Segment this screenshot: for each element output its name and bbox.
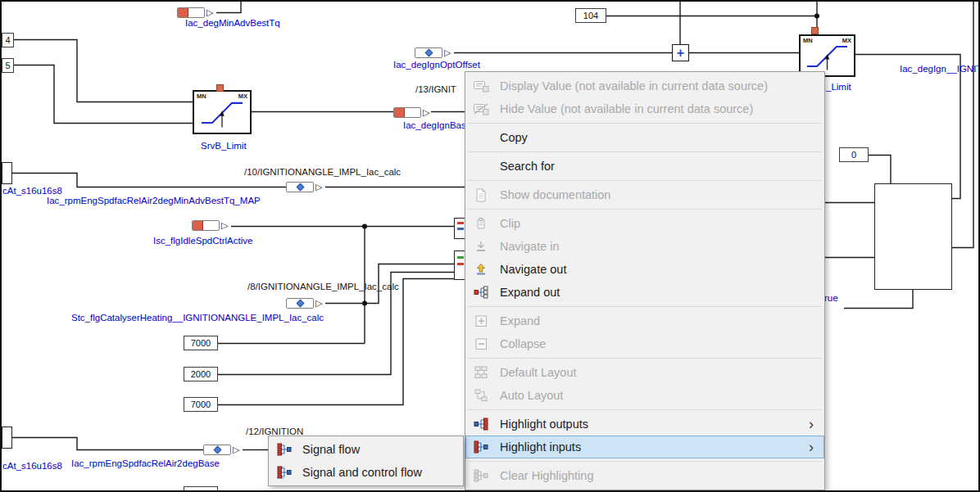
signal-label[interactable]: rue — [824, 293, 838, 303]
submenu-item-signal-and-control-flow[interactable]: Signal and control flow — [269, 461, 463, 484]
port-marker — [216, 84, 224, 92]
flag-signal-icon[interactable] — [177, 7, 205, 18]
flag-red-stripe — [193, 221, 203, 230]
submenu-item-label: Signal and control flow — [302, 466, 422, 479]
menu-item-label: Default Layout — [500, 366, 577, 379]
merge-mark — [457, 222, 464, 224]
flag-red-stripe — [178, 8, 188, 17]
empty-icon-slot — [471, 158, 491, 174]
submenu-item-label: Signal flow — [302, 443, 360, 456]
signal-connector-icon[interactable] — [203, 445, 231, 455]
menu-separator — [468, 358, 822, 359]
flag-signal-icon[interactable] — [192, 220, 220, 231]
block-name-label[interactable]: SrvB_Limit — [201, 141, 247, 151]
flag-signal-icon[interactable] — [393, 107, 421, 118]
menu-item-auto-layout: Auto Layout — [465, 384, 824, 407]
menu-item-clear-highlighting: Clear Highlighting — [465, 464, 824, 487]
menu-item-label: Navigate in — [500, 240, 560, 253]
signal-label[interactable]: Iac_degMinAdvBestTq — [185, 18, 280, 28]
wire-arrow-icon: ▷ — [206, 7, 213, 18]
wire-arrow-icon: ▷ — [315, 297, 322, 309]
input-port-block[interactable] — [2, 427, 12, 449]
menu-item-search-for[interactable]: Search for — [465, 155, 824, 178]
expand-out-icon — [471, 284, 491, 300]
submenu-item-signal-flow[interactable]: Signal flow — [269, 438, 463, 461]
signal-flow-icon — [274, 441, 294, 458]
menu-separator — [468, 409, 822, 410]
context-menu: Display Value (not available in current … — [465, 71, 825, 490]
menu-item-label: Expand out — [500, 286, 560, 299]
menu-item-label: Expand — [500, 314, 540, 327]
constant-box[interactable]: 2000 — [184, 367, 218, 381]
menu-item-highlight-inputs[interactable]: Highlight inputs › — [465, 436, 824, 458]
highlight-inputs-icon — [471, 439, 491, 455]
menu-item-copy[interactable]: Copy — [465, 126, 824, 149]
path-label: /13/IGNIT — [415, 84, 456, 94]
signal-label[interactable]: Iac_degIgn__IGNIT — [900, 64, 980, 74]
display-value-icon — [471, 78, 491, 94]
signal-label[interactable]: cAt_s16u16s8 — [2, 461, 62, 471]
navigate-in-icon — [471, 238, 491, 255]
menu-item-label: Collapse — [500, 337, 546, 350]
path-label: /8/IGNITIONANGLE_IMPL_Iac_calc — [247, 282, 399, 291]
merge-mark — [457, 228, 464, 230]
diamond-icon — [296, 183, 304, 192]
constant-box[interactable]: 7000 — [184, 336, 218, 350]
menu-item-label: Highlight inputs — [500, 440, 581, 454]
input-port-block[interactable] — [2, 162, 12, 184]
menu-item-label: Navigate out — [500, 263, 566, 276]
menu-item-label: Clip — [500, 217, 520, 230]
wire-arrow-icon: ▷ — [315, 181, 322, 192]
signal-connector-icon[interactable] — [415, 47, 442, 58]
signal-label[interactable]: Iac_degIgnOptOffset — [393, 60, 480, 70]
merge-mark — [457, 256, 464, 259]
signal-label[interactable]: cAt_s16u16s8 — [2, 186, 62, 196]
menu-item-show-documentation: Show documentation — [465, 183, 824, 206]
menu-item-navigate-in: Navigate in — [465, 235, 824, 258]
signal-label[interactable]: Isc_flgIdleSpdCtrlActive — [153, 236, 252, 246]
subsystem-block[interactable] — [874, 183, 952, 290]
signal-connector-icon[interactable] — [286, 182, 314, 192]
menu-item-label: Highlight outputs — [500, 418, 588, 431]
constant-box[interactable]: 4 — [2, 33, 14, 47]
signal-and-control-flow-icon — [274, 464, 294, 481]
menu-item-hide-value: Hide Value (not available in current dat… — [465, 97, 824, 120]
saturation-curve-icon — [801, 36, 854, 75]
sum-symbol: + — [677, 46, 684, 61]
menu-item-label: Hide Value (not available in current dat… — [500, 102, 753, 115]
menu-item-label: Auto Layout — [500, 389, 563, 402]
menu-item-label: Search for — [500, 160, 555, 173]
signal-label[interactable]: Iac_rpmEngSpdfacRelAir2degBase — [71, 458, 220, 468]
diamond-icon — [213, 446, 221, 454]
constant-box[interactable]: 7000 — [184, 397, 218, 412]
constant-box[interactable]: 5 — [2, 58, 14, 73]
menu-separator — [468, 306, 822, 307]
port-marker — [811, 27, 819, 34]
diamond-icon — [296, 300, 304, 308]
minmax-saturation-block[interactable]: MN MX — [193, 90, 252, 134]
menu-item-highlight-outputs[interactable]: Highlight outputs › — [465, 413, 824, 436]
submenu-arrow-icon: › — [809, 440, 816, 454]
collapse-icon — [471, 336, 491, 352]
menu-separator — [468, 151, 822, 152]
signal-label[interactable]: Iac_rpmEngSpdfacRelAir2degMinAdvBestTq_M… — [47, 196, 261, 205]
signal-label[interactable]: Stc_flgCatalyserHeating__IGNITIONANGLE_I… — [71, 313, 324, 323]
menu-item-navigate-out[interactable]: Navigate out — [465, 258, 824, 281]
menu-separator — [468, 461, 822, 462]
constant-box[interactable]: 0 — [839, 147, 869, 162]
menu-item-label: Clear Highlighting — [500, 469, 593, 482]
signal-connector-icon[interactable] — [286, 298, 314, 309]
signal-label[interactable]: Iac_degIgnBase — [403, 120, 471, 130]
constant-box[interactable] — [184, 486, 218, 492]
menu-separator — [468, 209, 822, 210]
constant-box[interactable]: 104 — [575, 8, 606, 23]
navigate-out-icon — [471, 261, 491, 278]
diamond-icon — [424, 49, 433, 57]
sum-block[interactable]: + — [672, 44, 689, 61]
default-layout-icon — [471, 364, 491, 381]
flag-red-stripe — [394, 108, 405, 117]
block-name-label[interactable]: _Limit — [826, 82, 851, 92]
merge-mark — [457, 263, 464, 265]
saturation-curve-icon — [194, 92, 250, 133]
menu-item-expand-out[interactable]: Expand out — [465, 281, 824, 304]
